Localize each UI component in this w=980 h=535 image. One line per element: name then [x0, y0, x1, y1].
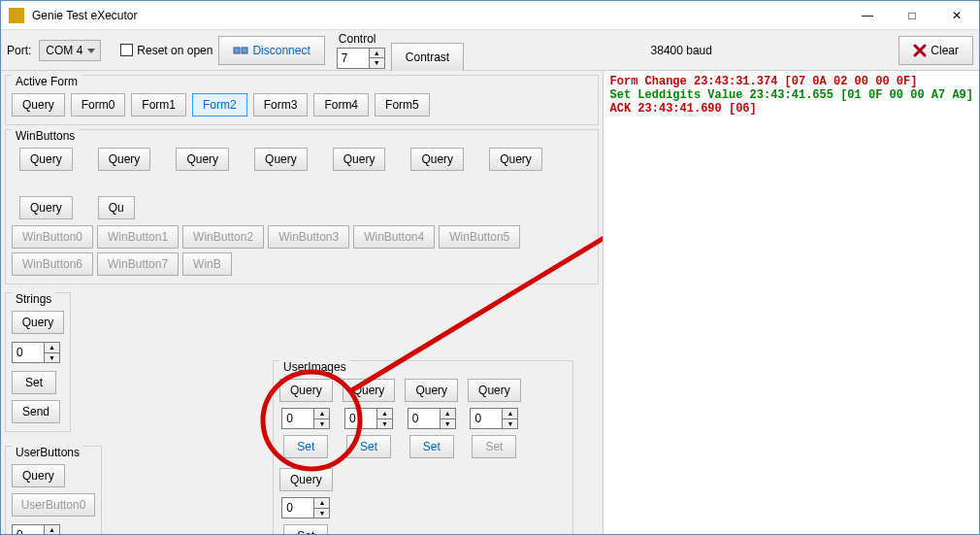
winbutton-query-6[interactable]: Query: [489, 148, 542, 171]
winbutton-query-2[interactable]: Query: [176, 148, 229, 171]
port-select[interactable]: COM 4: [39, 40, 101, 61]
winbutton-query-7[interactable]: Query: [19, 196, 73, 219]
strings-query-button[interactable]: Query: [12, 311, 64, 334]
winbutton8[interactable]: WinB: [182, 252, 232, 276]
window-title: Genie Test eXecutor: [32, 9, 138, 22]
strings-send-button[interactable]: Send: [12, 400, 60, 423]
form5-button[interactable]: Form5: [375, 93, 430, 117]
winbutton6[interactable]: WinButton6: [12, 252, 93, 276]
winbutton4[interactable]: WinButton4: [353, 225, 435, 249]
winbutton-query-1[interactable]: Query: [98, 148, 151, 171]
userimages-spin-4[interactable]: ▲▼: [281, 497, 330, 518]
winbuttons-legend: WinButtons: [12, 129, 79, 143]
app-icon: [9, 8, 24, 23]
userbuttons-legend: UserButtons: [12, 446, 83, 459]
userimages-spin-3[interactable]: ▲▼: [470, 408, 518, 429]
winbutton-query-5[interactable]: Query: [410, 148, 464, 171]
winbutton-query-4[interactable]: Query: [333, 148, 386, 171]
close-button[interactable]: ✕: [934, 1, 979, 30]
port-label: Port:: [7, 44, 31, 57]
winbutton-query-8[interactable]: Qu: [98, 196, 135, 219]
userimages-legend: UserImages: [279, 360, 350, 374]
contrast-button[interactable]: Contrast: [391, 43, 464, 72]
userbuttons-spinner[interactable]: ▲▼: [12, 524, 60, 534]
form4-button[interactable]: Form4: [313, 93, 369, 117]
form3-button[interactable]: Form3: [253, 93, 309, 117]
strings-set-button[interactable]: Set: [12, 371, 56, 394]
userimages-set-1[interactable]: Set: [346, 435, 391, 458]
userimages-set-4[interactable]: Set: [283, 524, 328, 534]
winbutton3[interactable]: WinButton3: [268, 225, 349, 249]
activeform-query-button[interactable]: Query: [12, 93, 65, 117]
disconnect-button[interactable]: Disconnect: [218, 36, 324, 65]
form1-button[interactable]: Form1: [131, 93, 186, 117]
userimages-query-0[interactable]: Query: [279, 379, 333, 402]
reset-on-open-checkbox[interactable]: Reset on open: [120, 44, 212, 57]
form2-button[interactable]: Form2: [192, 93, 247, 117]
control-spinner[interactable]: ▲▼: [337, 48, 385, 69]
userbutton0[interactable]: UserButton0: [12, 493, 95, 517]
winbutton5[interactable]: WinButton5: [439, 225, 520, 249]
clear-button[interactable]: Clear: [898, 36, 973, 65]
winbutton7[interactable]: WinButton7: [97, 252, 179, 276]
winbutton1[interactable]: WinButton1: [97, 225, 179, 249]
strings-spinner[interactable]: ▲▼: [12, 342, 60, 363]
log-line-1: Form Change 23:43:31.374 [07 0A 02 00 00…: [610, 75, 973, 88]
userbuttons-query-button[interactable]: Query: [12, 464, 65, 487]
log-line-2: Set Leddigits Value 23:43:41.655 [01 0F …: [610, 88, 973, 102]
userimages-set-3[interactable]: Set: [472, 435, 516, 458]
userimages-query-4[interactable]: Query: [279, 468, 333, 491]
log-line-3: ACK 23:43:41.690 [06]: [610, 102, 973, 116]
winbutton0[interactable]: WinButton0: [12, 225, 93, 249]
userimages-query-3[interactable]: Query: [468, 379, 521, 402]
strings-legend: Strings: [12, 292, 55, 306]
baud-label: 38400 baud: [470, 44, 893, 57]
activeform-legend: Active Form: [12, 75, 82, 88]
form0-button[interactable]: Form0: [71, 93, 126, 117]
userimages-set-2[interactable]: Set: [409, 435, 454, 458]
userimages-query-1[interactable]: Query: [343, 379, 396, 402]
clear-x-icon: [913, 44, 927, 57]
svg-rect-1: [242, 48, 247, 53]
maximize-button[interactable]: □: [890, 1, 934, 30]
winbutton-query-0[interactable]: Query: [19, 148, 73, 171]
userimages-spin-1[interactable]: ▲▼: [344, 408, 393, 429]
disconnect-icon: [233, 44, 248, 57]
control-label: Control: [339, 32, 376, 46]
userimages-query-2[interactable]: Query: [405, 379, 458, 402]
svg-rect-0: [234, 48, 240, 53]
winbutton2[interactable]: WinButton2: [182, 225, 264, 249]
userimages-spin-2[interactable]: ▲▼: [408, 408, 456, 429]
userimages-set-0[interactable]: Set: [283, 435, 328, 458]
userimages-spin-0[interactable]: ▲▼: [281, 408, 330, 429]
winbutton-query-3[interactable]: Query: [254, 148, 308, 171]
minimize-button[interactable]: —: [845, 1, 890, 30]
